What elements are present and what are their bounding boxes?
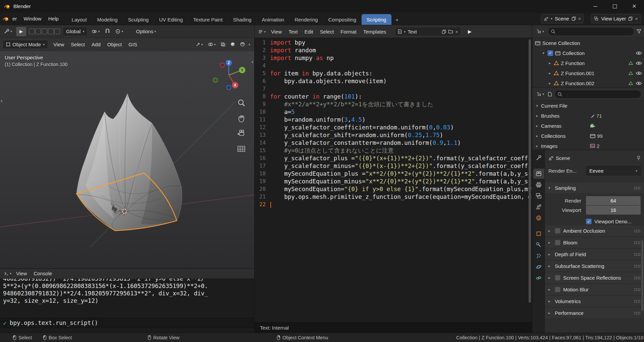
properties-tab-particles[interactable] xyxy=(533,251,544,261)
snap-target-icon[interactable]: ▾ xyxy=(90,28,101,35)
properties-tab-world[interactable] xyxy=(533,213,544,223)
editor-type-icon[interactable]: ▾ xyxy=(257,28,267,35)
expand-arrow-icon[interactable]: ▸ xyxy=(535,144,539,148)
mesh-object-surface[interactable] xyxy=(76,94,182,231)
python-console[interactable]: ▾ ViewConsole 4602308791832))**2/4.19820… xyxy=(0,268,254,333)
workspace-tab-modeling[interactable]: Modeling xyxy=(92,14,123,25)
console-output[interactable]: 4602308791832))**2/4.198205977295613**2 … xyxy=(0,279,254,318)
topbar-menu-window[interactable]: Window xyxy=(20,16,45,21)
run-script-button[interactable]: ▶ xyxy=(468,29,472,34)
expand-arrow-icon[interactable]: ▸ xyxy=(548,264,552,268)
workspace-add-tab-button[interactable]: + xyxy=(391,14,403,25)
workspace-tab-shading[interactable]: Shading xyxy=(228,14,257,25)
text-editor[interactable]: 1import bpy2import random3import numpy a… xyxy=(254,38,532,322)
expand-arrow-icon[interactable]: ▸ xyxy=(548,299,552,303)
expand-arrow-icon[interactable]: ▸ xyxy=(548,71,552,75)
section-ambient-occlusion[interactable]: ▸Ambient Occlusion xyxy=(545,226,644,236)
close-button[interactable]: ✕ xyxy=(625,0,644,12)
new-text-icon[interactable] xyxy=(442,30,446,34)
code-text[interactable]: #y=0は頂点として含まれないことに注意 xyxy=(270,147,394,155)
select-intersect-icon[interactable] xyxy=(54,28,60,34)
section-screen-space-reflections[interactable]: ▸Screen Space Reflections xyxy=(545,273,644,283)
text-datablock-name[interactable]: Text xyxy=(408,29,440,35)
section-checkbox[interactable] xyxy=(555,240,560,245)
properties-editor[interactable]: Scene Render En... Eevee ▾ ▾ Sampling Re… xyxy=(532,150,644,333)
code-text[interactable]: import bpy xyxy=(270,39,305,47)
text-menu-edit[interactable]: Edit xyxy=(301,29,317,35)
editor-type-icon[interactable]: ▾ xyxy=(3,271,13,277)
workspace-tab-sculpting[interactable]: Sculpting xyxy=(123,14,154,25)
blend-file-item-label[interactable]: Images xyxy=(541,143,557,149)
hide-eye-icon[interactable] xyxy=(636,71,642,75)
outliner-item-label[interactable]: Z Function.002 xyxy=(561,80,594,86)
grip-handle-icon[interactable] xyxy=(634,288,641,291)
properties-scrollbar[interactable] xyxy=(641,240,643,311)
editor-type-icon[interactable]: ▾ xyxy=(3,28,13,35)
expand-arrow-icon[interactable]: ▸ xyxy=(548,311,552,315)
properties-tab-tool[interactable] xyxy=(533,153,544,163)
samples-viewport-field[interactable]: 16 xyxy=(586,206,641,215)
workspace-tab-scripting[interactable]: Scripting xyxy=(362,14,391,25)
code-text[interactable]: mySecondEquation="{0} if y>0 else {1}".f… xyxy=(270,185,532,193)
expand-arrow-icon[interactable]: ▸ xyxy=(548,287,552,292)
expand-arrow-icon[interactable]: ▸ xyxy=(548,229,552,233)
section-motion-blur[interactable]: ▸Motion Blur xyxy=(545,284,644,295)
app-menu-icon[interactable] xyxy=(3,16,9,21)
outliner-item-label[interactable]: Z Function xyxy=(561,60,585,66)
editor-type-icon[interactable]: ▾ xyxy=(535,28,545,35)
expand-arrow-icon[interactable]: ▸ xyxy=(548,81,552,86)
shading-material-icon[interactable] xyxy=(239,41,246,48)
topbar-menu-er[interactable]: er xyxy=(9,16,20,21)
properties-tab-physics[interactable] xyxy=(533,262,544,272)
expand-arrow-icon[interactable]: ▸ xyxy=(548,252,552,256)
display-mode-icon[interactable]: ▾ xyxy=(535,91,545,97)
scene-name[interactable]: Scene xyxy=(555,16,569,21)
viewport-menu-add[interactable]: Add xyxy=(88,42,104,47)
toolbar-expand-icon[interactable]: › xyxy=(1,98,2,103)
code-text[interactable]: import numpy as np xyxy=(270,54,334,62)
outliner-row[interactable]: ▸Z Function xyxy=(532,58,644,68)
grip-handle-icon[interactable] xyxy=(634,229,641,232)
console-menu-view[interactable]: View xyxy=(13,271,30,276)
text-editor-scrollbar[interactable] xyxy=(529,39,531,303)
properties-tab-scene[interactable] xyxy=(533,202,544,212)
section-checkbox[interactable] xyxy=(555,228,560,234)
expand-arrow-icon[interactable]: ▸ xyxy=(535,134,539,138)
code-text[interactable]: y_scalefactor_shift=random.uniform(0.25,… xyxy=(270,131,443,139)
properties-tab-object[interactable] xyxy=(533,229,544,239)
unlink-text-icon[interactable]: × xyxy=(455,29,458,35)
gizmos-dropdown-icon[interactable]: ▾ xyxy=(194,41,204,48)
properties-tab-modifiers[interactable] xyxy=(533,240,544,250)
xray-toggle-icon[interactable] xyxy=(219,41,227,48)
scene-selector[interactable]: ▾ Scene × xyxy=(541,14,584,23)
blend-file-row[interactable]: ▸Collections99 xyxy=(532,131,644,141)
grip-handle-icon[interactable] xyxy=(634,276,641,279)
section-volumetrics[interactable]: ▸Volumetrics xyxy=(545,296,644,306)
outliner[interactable]: ▾ Scene Collection▾✓Collection▸Z Functio… xyxy=(532,25,644,88)
select-box-icon[interactable] xyxy=(29,28,35,34)
transform-orientation-dropdown[interactable]: Global ▾ xyxy=(63,27,88,36)
code-text[interactable] xyxy=(270,201,271,209)
camera-view-icon[interactable] xyxy=(237,129,246,138)
expand-arrow-icon[interactable]: ▸ xyxy=(535,114,539,118)
sidebar-expand-icon[interactable]: ‹ xyxy=(252,59,253,64)
outliner-row[interactable]: Scene Collection xyxy=(532,38,644,48)
code-text[interactable]: y_scalefactor_constantterm=random.unifor… xyxy=(270,139,461,147)
code-text[interactable]: y_scalefactor_minus="({0}*(x-{1})**2+{2}… xyxy=(270,162,532,170)
zoom-icon[interactable] xyxy=(237,98,246,108)
open-text-icon[interactable] xyxy=(448,30,453,34)
axis-negative-y-ball[interactable] xyxy=(213,78,218,82)
section-checkbox[interactable] xyxy=(555,287,560,292)
snap-magnet-icon[interactable] xyxy=(104,28,111,35)
maximize-button[interactable] xyxy=(605,0,625,12)
hide-eye-icon[interactable] xyxy=(636,51,642,55)
workspace-tab-compositing[interactable]: Compositing xyxy=(323,14,362,25)
code-text[interactable]: for counter in range(101): xyxy=(270,93,362,101)
viewport-menu-select[interactable]: Select xyxy=(67,42,88,47)
expand-arrow-icon[interactable]: ▸ xyxy=(535,124,539,128)
expand-arrow-icon[interactable]: ▸ xyxy=(548,276,552,280)
code-text[interactable]: bpy.data.objects.remove(item) xyxy=(270,77,387,85)
grip-handle-icon[interactable] xyxy=(634,241,641,244)
text-menu-templates[interactable]: Templates xyxy=(360,29,389,35)
blend-file-item-label[interactable]: Cameras xyxy=(541,123,561,129)
